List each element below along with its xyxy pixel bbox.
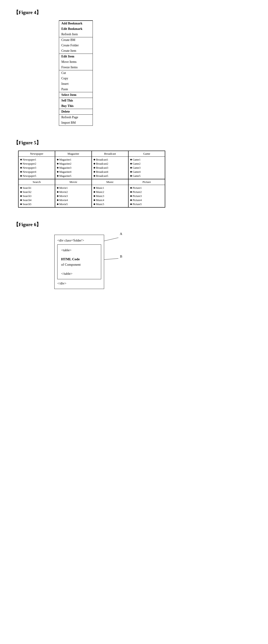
grid-cell-newspaper: Newspaper Newspaper1 Newspaper2 Newspape… [18, 151, 55, 179]
list-item: Search5 [20, 202, 53, 206]
list-item: Magazine3 [57, 166, 90, 170]
diamond-icon [20, 175, 22, 177]
grid-cell-broadcast: Broadcast Broadcast1 Broadcast2 Broadcas… [92, 151, 128, 179]
list-item: Broadcast5 [94, 174, 126, 178]
annotation-b-line [104, 257, 122, 264]
diamond-icon [57, 175, 59, 177]
diamond-icon [94, 187, 95, 189]
menu-item-copy[interactable]: Copy [59, 76, 93, 81]
grid-cell-picture: Picture Picture1 Picture2 Picture3 Pictu… [128, 179, 165, 207]
annotation-a-label: A [120, 232, 122, 236]
svg-line-1 [104, 258, 118, 260]
list-item: Broadcast4 [94, 170, 126, 174]
grid-cell-magazine: Magazine Magazine1 Magazine2 Magazine3 M… [55, 151, 92, 179]
code-outer-box: <div class='folder'> <table> HTML Code o… [54, 235, 104, 289]
menu-item-insert[interactable]: Insert [59, 81, 93, 86]
list-item: Picture1 [130, 186, 163, 190]
diamond-icon [57, 159, 59, 160]
diamond-icon [94, 163, 95, 164]
diamond-icon [94, 167, 95, 169]
diamond-icon [94, 195, 95, 197]
grid-header-magazine: Magazine [55, 151, 91, 157]
list-item: Search2 [20, 190, 53, 194]
menu-item-sell-this[interactable]: Sell This [59, 98, 93, 103]
list-item: Movie3 [57, 194, 90, 198]
grid-body-magazine: Magazine1 Magazine2 Magazine3 Magazine4 … [55, 157, 91, 179]
list-item: Movie5 [57, 202, 90, 206]
list-item: Newspaper3 [20, 166, 53, 170]
code-inner-box: <table> HTML Code of Component </table> [57, 244, 101, 279]
diamond-icon [20, 199, 22, 201]
list-item: Movie4 [57, 198, 90, 202]
list-item: Music5 [94, 202, 126, 206]
menu-item-create-folder[interactable]: Create Folder [59, 43, 93, 48]
menu-item-add-bookmark[interactable]: Add Bookmark [59, 20, 93, 26]
list-item: Game5 [130, 174, 163, 178]
list-item: Magazine1 [57, 158, 90, 162]
menu-item-refresh-item[interactable]: Refresh Item [59, 32, 93, 37]
menu-item-move-items[interactable]: Move Items [59, 59, 93, 65]
menu-item-edit-bookmark[interactable]: Edit Bookmark [59, 26, 93, 32]
list-item: Magazine5 [57, 174, 90, 178]
diamond-icon [20, 203, 22, 205]
menu-item-buy-this[interactable]: Buy This [59, 103, 93, 109]
list-item: Picture4 [130, 198, 163, 202]
menu-item-paste[interactable]: Paste [59, 86, 93, 92]
html-code-line1: HTML Code [61, 256, 97, 262]
menu-item-select-item[interactable]: Select Item [59, 92, 93, 98]
diamond-icon [130, 167, 132, 169]
list-item: Magazine2 [57, 162, 90, 166]
outer-open-tag: <div class='folder'> [57, 238, 101, 243]
menu-item-edit-item[interactable]: Edit Item [59, 54, 93, 59]
figure-5-section: 【Figure 5】 Newspaper Newspaper1 Newspape… [14, 139, 254, 208]
diamond-icon [94, 199, 95, 201]
list-item: Newspaper2 [20, 162, 53, 166]
diamond-icon [57, 187, 59, 189]
grid-header-search: Search [19, 179, 55, 185]
diamond-icon [20, 191, 22, 193]
menu-item-freeze-items[interactable]: Freeze Items [59, 65, 93, 70]
figure-6-label: 【Figure 6】 [14, 221, 254, 228]
menu-item-refresh-page[interactable]: Refresh Page [59, 114, 93, 120]
diamond-icon [57, 199, 59, 201]
diamond-icon [130, 199, 132, 201]
diamond-icon [57, 195, 59, 197]
diamond-icon [130, 191, 132, 193]
menu-item-create-item[interactable]: Create Item [59, 48, 93, 54]
figure-6-section: 【Figure 6】 A B <div class='folder'> <tab… [14, 221, 254, 289]
grid-body-game: Game1 Game2 Game3 Game4 Game5 [129, 157, 165, 179]
diamond-icon [130, 175, 132, 177]
diamond-icon [94, 191, 95, 193]
list-item: Game3 [130, 166, 163, 170]
diamond-icon [57, 163, 59, 164]
annotation-a-line [104, 236, 122, 243]
figure-4-label: 【Figure 4】 [14, 9, 254, 16]
list-item: Game4 [130, 170, 163, 174]
grid-header-newspaper: Newspaper [19, 151, 55, 157]
menu-item-delete[interactable]: Delete [59, 109, 93, 114]
diamond-icon [130, 163, 132, 164]
grid-body-broadcast: Broadcast1 Broadcast2 Broadcast3 Broadca… [92, 157, 128, 179]
grid-header-movie: Movie [55, 179, 91, 185]
grid-cell-movie: Movie Movie1 Movie2 Movie3 Movie4 Movie5 [55, 179, 92, 207]
figure-4-section: 【Figure 4】 Add Bookmark Edit Bookmark Re… [14, 9, 254, 126]
list-item: Movie2 [57, 190, 90, 194]
grid-header-picture: Picture [129, 179, 165, 185]
list-item: Music2 [94, 190, 126, 194]
menu-item-import-bm[interactable]: Import BM [59, 120, 93, 126]
diamond-icon [20, 167, 22, 169]
list-item: Music3 [94, 194, 126, 198]
menu-item-create-bm[interactable]: Create BM [59, 37, 93, 43]
diamond-icon [20, 159, 22, 160]
menu-item-cut[interactable]: Cut [59, 70, 93, 76]
diamond-icon [130, 171, 132, 173]
list-item: Game1 [130, 158, 163, 162]
diamond-icon [20, 195, 22, 197]
grid-body-music: Music1 Music2 Music3 Music4 Music5 [92, 185, 128, 207]
diamond-icon [94, 159, 95, 160]
list-item: Search3 [20, 194, 53, 198]
list-item: Magazine4 [57, 170, 90, 174]
list-item: Newspaper5 [20, 174, 53, 178]
grid-header-game: Game [129, 151, 165, 157]
list-item: Search1 [20, 186, 53, 190]
